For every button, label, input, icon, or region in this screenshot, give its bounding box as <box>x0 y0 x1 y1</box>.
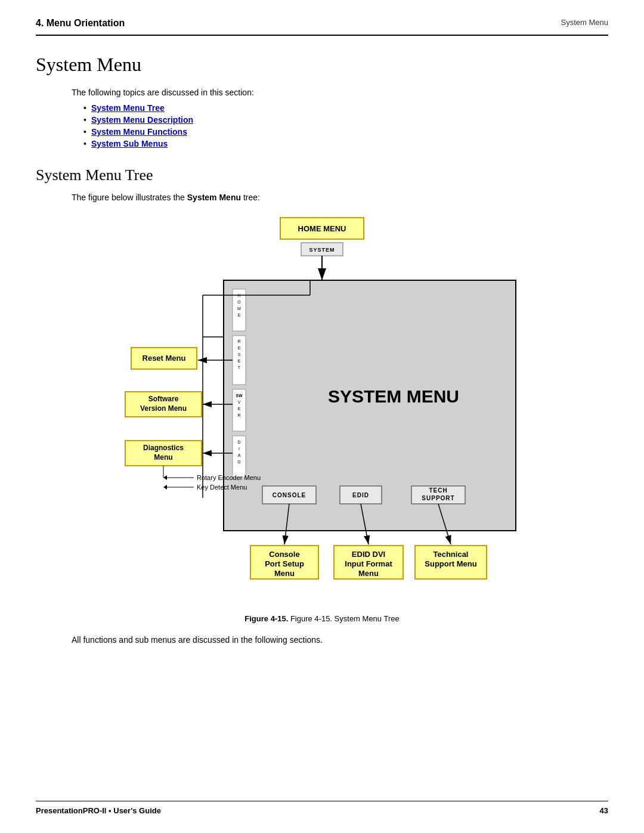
reset-tab-s: S <box>238 352 241 357</box>
diag-tab-d: D <box>237 440 240 444</box>
page-header: 4. Menu Orientation System Menu <box>0 0 644 35</box>
sw-tab-sw: SW <box>236 394 243 398</box>
system-label: SYSTEM <box>309 247 335 253</box>
diag-tab-g: G <box>237 460 240 464</box>
console-menu-label2: Port Setup <box>265 559 304 568</box>
tech-btn-label1: TECH <box>429 487 447 494</box>
toc-item-1[interactable]: System Menu Tree <box>83 103 608 113</box>
toc-link-3[interactable]: System Menu Functions <box>91 127 187 137</box>
intro-text: The following topics are discussed in th… <box>72 88 608 97</box>
tech-menu-label1: Technical <box>433 550 468 559</box>
tech-btn-label2: SUPPORT <box>422 495 454 501</box>
toc-list: System Menu Tree System Menu Description… <box>83 103 608 148</box>
diagnostics-label2: Menu <box>154 453 172 462</box>
toc-link-2[interactable]: System Menu Description <box>91 115 193 125</box>
edid-btn-label: EDID <box>352 492 369 498</box>
main-content: System Menu The following topics are dis… <box>0 36 644 680</box>
reset-tab-e: E <box>238 346 241 350</box>
all-functions-text: All functions and sub menus are discusse… <box>72 635 608 645</box>
figure-caption-text: Figure 4-15. System Menu Tree <box>290 614 400 623</box>
toc-item-3[interactable]: System Menu Functions <box>83 127 608 137</box>
reset-tab-e2: E <box>238 359 241 363</box>
page-title: System Menu <box>36 54 608 76</box>
home-tab-m: M <box>237 306 241 311</box>
figure-caption-bold: Figure 4-15. <box>244 614 288 623</box>
sub-section-title: System Menu Tree <box>36 166 608 184</box>
sw-version-label2: Version Menu <box>140 404 187 413</box>
home-tab-e: E <box>238 313 241 317</box>
footer-left: PresentationPRO-II • User's Guide <box>36 806 161 815</box>
reset-menu-label: Reset Menu <box>143 354 186 363</box>
rotary-arrow <box>163 475 167 480</box>
console-btn-label: CONSOLE <box>273 492 306 498</box>
system-menu-tree-diagram: HOME MENU SYSTEM SYSTEM MENU H O M E R E… <box>107 212 537 605</box>
diag-tab-i: I <box>239 447 240 451</box>
page-footer: PresentationPRO-II • User's Guide 43 <box>36 801 608 815</box>
home-tab-o: O <box>237 300 241 304</box>
sw-tab-r: R <box>237 413 240 417</box>
chapter-title: 4. Menu Orientation <box>36 18 125 29</box>
figure-caption: Figure 4-15. Figure 4-15. System Menu Tr… <box>107 614 537 623</box>
header-section: System Menu <box>561 18 608 27</box>
sw-tab-v: V <box>238 400 241 404</box>
console-menu-label3: Menu <box>274 569 295 578</box>
reset-tab-r: R <box>237 339 240 343</box>
footer-page-number: 43 <box>600 806 608 815</box>
diagram-container: HOME MENU SYSTEM SYSTEM MENU H O M E R E… <box>107 212 537 623</box>
toc-link-1[interactable]: System Menu Tree <box>91 103 165 113</box>
toc-item-2[interactable]: System Menu Description <box>83 115 608 125</box>
toc-link-4[interactable]: System Sub Menus <box>91 139 168 148</box>
sw-tab-e: E <box>238 407 241 411</box>
console-menu-label1: Console <box>269 550 299 559</box>
reset-tab-t: T <box>238 366 241 370</box>
edid-menu-label1: EDID DVI <box>352 550 385 559</box>
edid-menu-label2: Input Format <box>345 559 392 568</box>
diagnostics-label1: Diagnostics <box>143 444 184 452</box>
home-menu-label: HOME MENU <box>298 224 346 233</box>
keydetect-arrow <box>163 485 167 490</box>
tech-menu-label2: Support Menu <box>425 559 476 568</box>
keydetect-label: Key Detect Menu <box>197 484 247 491</box>
toc-item-4[interactable]: System Sub Menus <box>83 139 608 148</box>
rotary-label: Rotary Encoder Menu <box>197 474 261 481</box>
diag-tab-a: A <box>238 453 241 457</box>
system-menu-big-label: SYSTEM MENU <box>328 386 459 406</box>
edid-menu-label3: Menu <box>358 569 379 578</box>
sw-version-label1: Software <box>148 395 179 403</box>
figure-intro: The figure below illustrates the System … <box>72 193 608 202</box>
